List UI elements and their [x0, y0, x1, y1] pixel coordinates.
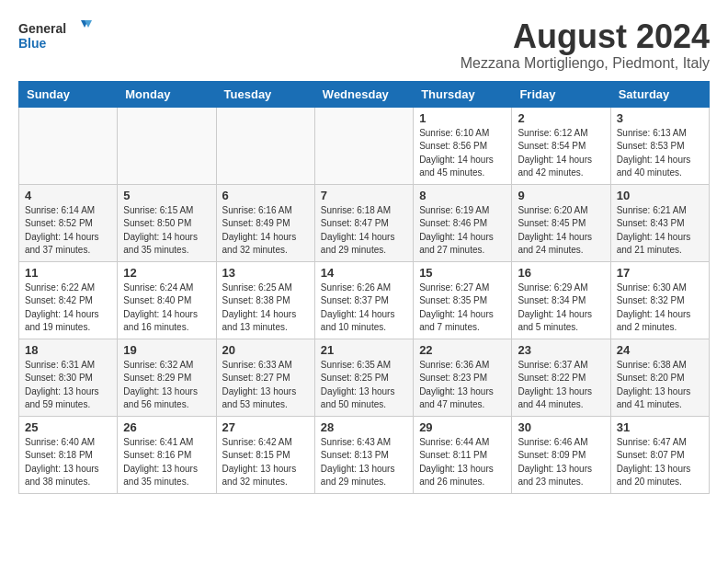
calendar-week-row: 11Sunrise: 6:22 AM Sunset: 8:42 PM Dayli…: [19, 261, 710, 339]
svg-text:Blue: Blue: [18, 36, 47, 51]
calendar-cell: 16Sunrise: 6:29 AM Sunset: 8:34 PM Dayli…: [512, 261, 610, 339]
day-number: 4: [25, 189, 111, 202]
calendar-cell: 22Sunrise: 6:36 AM Sunset: 8:23 PM Dayli…: [414, 339, 512, 416]
day-info: Sunrise: 6:21 AM Sunset: 8:43 PM Dayligh…: [617, 204, 703, 258]
day-info: Sunrise: 6:40 AM Sunset: 8:18 PM Dayligh…: [25, 436, 111, 489]
calendar-week-row: 4Sunrise: 6:14 AM Sunset: 8:52 PM Daylig…: [19, 184, 710, 261]
day-info: Sunrise: 6:30 AM Sunset: 8:32 PM Dayligh…: [617, 282, 703, 335]
weekday-header-friday: Friday: [512, 81, 610, 107]
day-number: 22: [419, 343, 506, 357]
day-number: 31: [617, 420, 703, 434]
day-info: Sunrise: 6:24 AM Sunset: 8:40 PM Dayligh…: [123, 282, 210, 335]
day-info: Sunrise: 6:31 AM Sunset: 8:30 PM Dayligh…: [25, 359, 111, 412]
calendar-cell: 13Sunrise: 6:25 AM Sunset: 8:38 PM Dayli…: [216, 261, 314, 339]
svg-text:General: General: [18, 21, 66, 36]
day-number: 25: [25, 420, 111, 434]
day-number: 26: [123, 420, 210, 434]
logo: General Blue: [18, 18, 92, 53]
calendar-cell: 7Sunrise: 6:18 AM Sunset: 8:47 PM Daylig…: [314, 184, 413, 261]
weekday-header-wednesday: Wednesday: [314, 81, 413, 107]
day-number: 12: [123, 266, 210, 280]
weekday-header-monday: Monday: [118, 81, 216, 107]
day-info: Sunrise: 6:32 AM Sunset: 8:29 PM Dayligh…: [123, 359, 210, 412]
day-info: Sunrise: 6:15 AM Sunset: 8:50 PM Dayligh…: [123, 204, 210, 258]
day-info: Sunrise: 6:25 AM Sunset: 8:38 PM Dayligh…: [222, 282, 309, 335]
day-info: Sunrise: 6:18 AM Sunset: 8:47 PM Dayligh…: [321, 204, 407, 258]
weekday-header-sunday: Sunday: [19, 81, 118, 107]
day-number: 13: [222, 266, 309, 280]
calendar-cell: 21Sunrise: 6:35 AM Sunset: 8:25 PM Dayli…: [314, 339, 413, 416]
calendar-cell: 12Sunrise: 6:24 AM Sunset: 8:40 PM Dayli…: [118, 261, 216, 339]
calendar-cell: 11Sunrise: 6:22 AM Sunset: 8:42 PM Dayli…: [19, 261, 118, 339]
day-number: 1: [419, 111, 506, 125]
day-info: Sunrise: 6:41 AM Sunset: 8:16 PM Dayligh…: [123, 436, 210, 489]
day-number: 14: [321, 266, 407, 280]
day-info: Sunrise: 6:33 AM Sunset: 8:27 PM Dayligh…: [222, 359, 309, 412]
title-section: August 2024 Mezzana Mortigliengo, Piedmo…: [461, 18, 710, 72]
day-number: 6: [222, 189, 309, 202]
calendar-cell: 19Sunrise: 6:32 AM Sunset: 8:29 PM Dayli…: [118, 339, 216, 416]
day-number: 24: [617, 343, 703, 357]
calendar-cell: 18Sunrise: 6:31 AM Sunset: 8:30 PM Dayli…: [19, 339, 118, 416]
day-info: Sunrise: 6:43 AM Sunset: 8:13 PM Dayligh…: [321, 436, 407, 489]
calendar-cell: 10Sunrise: 6:21 AM Sunset: 8:43 PM Dayli…: [610, 184, 709, 261]
calendar-cell: 30Sunrise: 6:46 AM Sunset: 8:09 PM Dayli…: [512, 416, 610, 493]
day-number: 7: [321, 189, 407, 202]
day-info: Sunrise: 6:27 AM Sunset: 8:35 PM Dayligh…: [419, 282, 506, 335]
day-number: 27: [222, 420, 309, 434]
calendar-cell: 14Sunrise: 6:26 AM Sunset: 8:37 PM Dayli…: [314, 261, 413, 339]
calendar-cell: [118, 107, 216, 184]
day-number: 30: [518, 420, 604, 434]
calendar-cell: 8Sunrise: 6:19 AM Sunset: 8:46 PM Daylig…: [414, 184, 512, 261]
day-info: Sunrise: 6:38 AM Sunset: 8:20 PM Dayligh…: [617, 359, 703, 412]
calendar-cell: 28Sunrise: 6:43 AM Sunset: 8:13 PM Dayli…: [314, 416, 413, 493]
day-number: 28: [321, 420, 407, 434]
page-header: General Blue August 2024 Mezzana Mortigl…: [18, 18, 710, 72]
weekday-header-row: SundayMondayTuesdayWednesdayThursdayFrid…: [19, 81, 710, 107]
weekday-header-saturday: Saturday: [610, 81, 709, 107]
day-number: 21: [321, 343, 407, 357]
calendar-cell: 29Sunrise: 6:44 AM Sunset: 8:11 PM Dayli…: [414, 416, 512, 493]
calendar-cell: 31Sunrise: 6:47 AM Sunset: 8:07 PM Dayli…: [610, 416, 709, 493]
calendar-week-row: 18Sunrise: 6:31 AM Sunset: 8:30 PM Dayli…: [19, 339, 710, 416]
calendar-cell: [19, 107, 118, 184]
day-number: 20: [222, 343, 309, 357]
day-number: 17: [617, 266, 703, 280]
calendar-cell: 9Sunrise: 6:20 AM Sunset: 8:45 PM Daylig…: [512, 184, 610, 261]
day-number: 18: [25, 343, 111, 357]
calendar-cell: 20Sunrise: 6:33 AM Sunset: 8:27 PM Dayli…: [216, 339, 314, 416]
day-info: Sunrise: 6:16 AM Sunset: 8:49 PM Dayligh…: [222, 204, 309, 258]
calendar-cell: 17Sunrise: 6:30 AM Sunset: 8:32 PM Dayli…: [610, 261, 709, 339]
weekday-header-thursday: Thursday: [414, 81, 512, 107]
day-number: 19: [123, 343, 210, 357]
calendar-table: SundayMondayTuesdayWednesdayThursdayFrid…: [18, 81, 710, 494]
calendar-week-row: 1Sunrise: 6:10 AM Sunset: 8:56 PM Daylig…: [19, 107, 710, 184]
day-number: 3: [617, 111, 703, 125]
calendar-cell: 27Sunrise: 6:42 AM Sunset: 8:15 PM Dayli…: [216, 416, 314, 493]
calendar-cell: 3Sunrise: 6:13 AM Sunset: 8:53 PM Daylig…: [610, 107, 709, 184]
month-year-title: August 2024: [461, 18, 710, 55]
day-info: Sunrise: 6:20 AM Sunset: 8:45 PM Dayligh…: [518, 204, 604, 258]
day-info: Sunrise: 6:14 AM Sunset: 8:52 PM Dayligh…: [25, 204, 111, 258]
calendar-cell: 1Sunrise: 6:10 AM Sunset: 8:56 PM Daylig…: [414, 107, 512, 184]
day-number: 23: [518, 343, 604, 357]
day-info: Sunrise: 6:36 AM Sunset: 8:23 PM Dayligh…: [419, 359, 506, 412]
day-number: 2: [518, 111, 604, 125]
calendar-cell: 6Sunrise: 6:16 AM Sunset: 8:49 PM Daylig…: [216, 184, 314, 261]
day-number: 15: [419, 266, 506, 280]
day-number: 11: [25, 266, 111, 280]
day-info: Sunrise: 6:12 AM Sunset: 8:54 PM Dayligh…: [518, 127, 604, 180]
day-info: Sunrise: 6:44 AM Sunset: 8:11 PM Dayligh…: [419, 436, 506, 489]
day-number: 9: [518, 189, 604, 202]
day-info: Sunrise: 6:37 AM Sunset: 8:22 PM Dayligh…: [518, 359, 604, 412]
day-number: 5: [123, 189, 210, 202]
day-info: Sunrise: 6:42 AM Sunset: 8:15 PM Dayligh…: [222, 436, 309, 489]
calendar-cell: 26Sunrise: 6:41 AM Sunset: 8:16 PM Dayli…: [118, 416, 216, 493]
calendar-cell: 25Sunrise: 6:40 AM Sunset: 8:18 PM Dayli…: [19, 416, 118, 493]
calendar-cell: [314, 107, 413, 184]
calendar-cell: 2Sunrise: 6:12 AM Sunset: 8:54 PM Daylig…: [512, 107, 610, 184]
day-info: Sunrise: 6:10 AM Sunset: 8:56 PM Dayligh…: [419, 127, 506, 180]
calendar-week-row: 25Sunrise: 6:40 AM Sunset: 8:18 PM Dayli…: [19, 416, 710, 493]
day-info: Sunrise: 6:47 AM Sunset: 8:07 PM Dayligh…: [617, 436, 703, 489]
day-number: 29: [419, 420, 506, 434]
